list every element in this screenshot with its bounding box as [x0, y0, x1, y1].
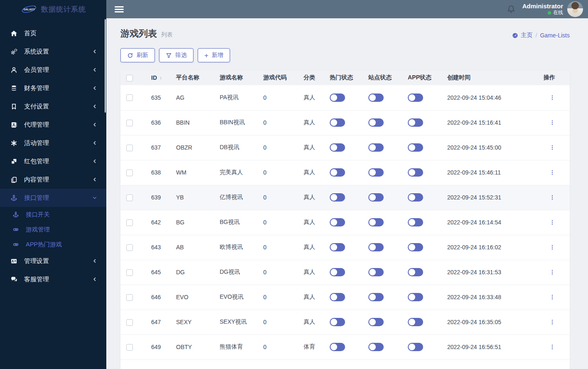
sidebar-item-interface-management[interactable]: 接口管理: [0, 189, 106, 207]
row-checkbox[interactable]: [126, 269, 133, 276]
chevron-left-icon: [92, 67, 97, 72]
toggle-hot-status[interactable]: [330, 268, 345, 276]
toggle-hot-status[interactable]: [330, 343, 345, 351]
sidebar-scrollbar-thumb[interactable]: [105, 19, 106, 113]
toggle-app-status[interactable]: [408, 118, 423, 127]
cell-hot: [324, 235, 363, 260]
row-actions-menu-button[interactable]: [548, 167, 557, 177]
toggle-site-status[interactable]: [368, 143, 384, 152]
toggle-hot-status[interactable]: [330, 143, 345, 152]
column-header-label: 操作: [544, 74, 555, 81]
toggle-site-status[interactable]: [368, 268, 384, 276]
toggle-site-status[interactable]: [368, 343, 384, 351]
toggle-site-status[interactable]: [368, 93, 384, 102]
row-actions-menu-button[interactable]: [548, 192, 557, 202]
cell-created-time: 2022-09-24 16:35:05: [441, 310, 538, 335]
row-checkbox[interactable]: [126, 170, 133, 176]
row-checkbox[interactable]: [126, 219, 133, 226]
toggle-site-status[interactable]: [368, 193, 384, 202]
row-actions-menu-button[interactable]: [548, 267, 557, 277]
app-logo[interactable]: GALAXY 数据统计系统: [0, 0, 106, 18]
row-actions-menu-button[interactable]: [548, 93, 557, 103]
sidebar-item-home[interactable]: 首页: [0, 24, 106, 42]
add-button[interactable]: + 新增: [198, 48, 230, 62]
sidebar: GALAXY 数据统计系统 首页系统设置会员管理财务管理支付设置代理管理活动管理…: [0, 0, 106, 369]
sidebar-item-redpacket-management[interactable]: 红包管理: [0, 152, 106, 170]
column-header-hot: 热门状态: [324, 70, 363, 85]
breadcrumb-home[interactable]: 主页: [521, 32, 533, 39]
cell-platform: WM: [170, 160, 214, 185]
cell-site: [363, 285, 402, 310]
cell-platform: AB: [170, 235, 214, 260]
row-checkbox[interactable]: [126, 194, 133, 201]
table-row: 647SEXYSEXY视讯0真人2022-09-24 16:35:05: [120, 310, 570, 335]
toggle-hot-status[interactable]: [330, 118, 345, 127]
toggle-app-status[interactable]: [408, 243, 423, 251]
toggle-hot-status[interactable]: [330, 318, 345, 326]
refresh-button[interactable]: 刷新: [120, 48, 155, 62]
row-checkbox[interactable]: [126, 94, 133, 101]
toggle-app-status[interactable]: [408, 93, 423, 102]
toggle-app-status[interactable]: [408, 193, 423, 202]
toggle-knob: [330, 144, 338, 151]
row-actions-menu-button[interactable]: [548, 317, 557, 327]
toggle-app-status[interactable]: [408, 168, 423, 177]
toggle-app-status[interactable]: [408, 343, 423, 351]
sort-asc-icon[interactable]: ↑: [159, 75, 162, 81]
row-actions-menu-button[interactable]: [548, 118, 557, 128]
toggle-site-status[interactable]: [368, 168, 384, 177]
filter-button[interactable]: 筛选: [159, 48, 194, 62]
sidebar-item-finance-management[interactable]: 财务管理: [0, 79, 106, 97]
sidebar-subitem-app-hot-games[interactable]: APP热门游戏: [0, 237, 106, 252]
row-actions-menu-button[interactable]: [548, 143, 557, 153]
cell-game-code: 0: [257, 160, 298, 185]
toggle-app-status[interactable]: [408, 318, 423, 326]
toggle-app-status[interactable]: [408, 268, 423, 276]
toggle-app-status[interactable]: [408, 293, 423, 301]
toggle-site-status[interactable]: [368, 118, 384, 127]
toggle-hot-status[interactable]: [330, 243, 345, 251]
row-checkbox[interactable]: [126, 294, 133, 301]
row-checkbox[interactable]: [126, 145, 133, 151]
select-all-checkbox[interactable]: [126, 75, 133, 81]
sidebar-item-system-settings[interactable]: 系统设置: [0, 42, 106, 61]
sidebar-item-label: 首页: [24, 30, 97, 37]
column-header-label: 热门状态: [330, 74, 353, 81]
notifications-bell-icon[interactable]: [507, 5, 516, 14]
row-checkbox[interactable]: [126, 244, 133, 251]
toggle-site-status[interactable]: [368, 318, 384, 326]
row-checkbox[interactable]: [126, 120, 133, 126]
sidebar-subitem-game-management[interactable]: 游戏管理: [0, 222, 106, 237]
sidebar-item-agent-management[interactable]: 代理管理: [0, 116, 106, 134]
row-actions-menu-button[interactable]: [548, 242, 557, 252]
toggle-app-status[interactable]: [408, 143, 423, 152]
sidebar-item-member-management[interactable]: 会员管理: [0, 61, 106, 79]
toggle-hot-status[interactable]: [330, 293, 345, 301]
toggle-hot-status[interactable]: [330, 93, 345, 102]
toggle-app-status[interactable]: [408, 218, 423, 226]
user-info[interactable]: Administrator 在线: [522, 2, 563, 15]
toggle-site-status[interactable]: [368, 243, 384, 251]
avatar[interactable]: [567, 1, 583, 17]
menu-toggle-button[interactable]: [115, 6, 124, 12]
row-actions-menu-button[interactable]: [548, 217, 557, 227]
table-row: 643AB欧博视讯0真人2022-09-24 16:16:02: [120, 235, 570, 260]
cell-id: 643: [145, 235, 170, 260]
sidebar-subitem-interface-switch[interactable]: 接口开关: [0, 207, 106, 222]
row-checkbox[interactable]: [126, 319, 133, 326]
toggle-site-status[interactable]: [368, 218, 384, 226]
sidebar-item-content-management[interactable]: 内容管理: [0, 170, 106, 189]
sidebar-item-payment-settings[interactable]: 支付设置: [0, 97, 106, 116]
row-actions-menu-button[interactable]: [548, 292, 557, 302]
row-checkbox[interactable]: [126, 344, 133, 351]
sidebar-item-admin-settings[interactable]: 管理设置: [0, 252, 106, 270]
row-actions-menu-button[interactable]: [548, 342, 557, 352]
sidebar-item-service-management[interactable]: 客服管理: [0, 270, 106, 288]
sidebar-item-activity-management[interactable]: 活动管理: [0, 134, 106, 152]
cell-site: [363, 135, 402, 160]
toggle-hot-status[interactable]: [330, 193, 345, 202]
toggle-hot-status[interactable]: [330, 168, 345, 177]
toggle-hot-status[interactable]: [330, 218, 345, 226]
toggle-site-status[interactable]: [368, 293, 384, 301]
breadcrumb-current[interactable]: Game-Lists: [540, 32, 570, 39]
